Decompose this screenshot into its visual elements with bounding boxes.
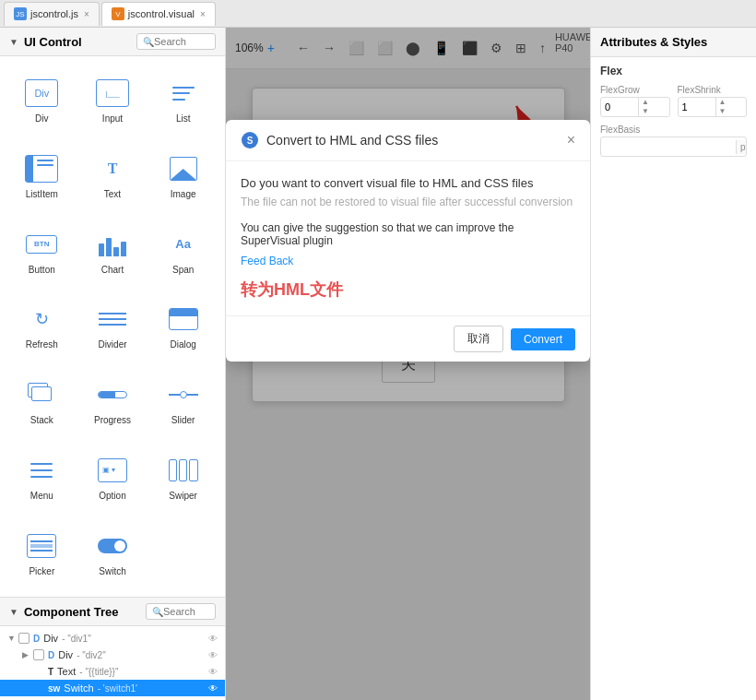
component-label-switch: Switch xyxy=(99,566,125,576)
component-grid: Div Div |___ Input List xyxy=(0,56,225,597)
modal-header: S Convert to HML and CSS files × xyxy=(226,120,590,161)
tree-type-label-div1: Div xyxy=(43,633,58,644)
tab-icon-js: JS xyxy=(14,7,27,20)
tree-item-div1[interactable]: ▼ D Div - "div1" 👁 xyxy=(0,630,225,647)
search-icon: 🔍 xyxy=(143,37,154,47)
tree-search-box[interactable]: 🔍 xyxy=(146,603,216,620)
option-icon: ▣ ▾ xyxy=(96,454,129,487)
expand-icon-div1[interactable]: ▼ xyxy=(7,634,18,643)
component-label-dialog: Dialog xyxy=(170,339,195,350)
component-label-picker: Picker xyxy=(29,566,54,576)
component-item-list[interactable]: List xyxy=(148,64,218,137)
component-item-chart[interactable]: Chart xyxy=(78,214,148,288)
component-label-text: Text xyxy=(104,189,121,199)
eye-icon-div2[interactable]: 👁 xyxy=(208,650,218,660)
checkbox-div1[interactable] xyxy=(18,633,30,644)
chart-icon xyxy=(96,228,129,261)
component-label-listitem: ListItem xyxy=(26,189,58,199)
component-item-button[interactable]: BTN Button xyxy=(7,214,77,288)
flex-section: Flex FlexGrow ▲ ▼ FlexShrink xyxy=(591,57,756,172)
tree-items: ▼ D Div - "div1" 👁 ▶ D Div - "d xyxy=(0,626,225,700)
component-item-slider[interactable]: Slider xyxy=(148,365,218,439)
swiper-icon xyxy=(167,454,200,487)
tab-label-js: jscontrol.js xyxy=(30,8,78,19)
tab-close-visual[interactable]: × xyxy=(200,9,206,19)
eye-icon-text[interactable]: 👁 xyxy=(208,667,218,677)
component-item-switch[interactable]: Switch xyxy=(78,516,148,589)
component-item-option[interactable]: ▣ ▾ Option xyxy=(78,441,148,515)
modal-close-button[interactable]: × xyxy=(567,132,575,148)
component-item-input[interactable]: |___ Input xyxy=(78,64,148,137)
button-icon: BTN xyxy=(25,228,58,261)
component-item-divider[interactable]: Divider xyxy=(78,290,148,363)
flex-shrink-input[interactable] xyxy=(679,100,715,114)
component-label-button: Button xyxy=(29,265,55,275)
flex-basis-unit: px xyxy=(736,140,747,154)
right-panel-header: Attributes & Styles xyxy=(591,28,756,57)
component-label-stack: Stack xyxy=(30,415,53,425)
tab-label-visual: jscontrol.visual xyxy=(128,8,195,19)
tree-item-div2[interactable]: ▶ D Div - "div2" 👁 xyxy=(0,647,225,663)
flex-shrink-up[interactable]: ▲ xyxy=(715,98,729,107)
flex-shrink-label: FlexShrink xyxy=(678,85,748,95)
flex-grow-input-wrap: ▲ ▼ xyxy=(600,97,670,117)
component-item-text[interactable]: T Text xyxy=(78,139,148,213)
tab-jscontrol-js[interactable]: JS jscontrol.js × xyxy=(4,2,100,26)
modal-cancel-button[interactable]: 取消 xyxy=(454,326,503,352)
tree-search-input[interactable] xyxy=(163,606,209,617)
component-item-picker[interactable]: Picker xyxy=(7,516,77,589)
span-icon: Aa xyxy=(167,228,200,261)
image-icon xyxy=(167,152,200,185)
tree-type-label-text: Text xyxy=(57,666,76,677)
picker-icon xyxy=(25,529,58,563)
component-item-refresh[interactable]: ↻ Refresh xyxy=(7,290,77,363)
tab-close-js[interactable]: × xyxy=(84,9,89,19)
flex-grow-shrink-row: FlexGrow ▲ ▼ FlexShrink xyxy=(600,85,747,117)
tree-item-switch1[interactable]: ▶ sw Switch - 'switch1' 👁 xyxy=(0,680,225,696)
component-item-span[interactable]: Aa Span xyxy=(148,214,218,288)
component-label-list: List xyxy=(176,113,191,124)
flex-grow-down[interactable]: ▼ xyxy=(638,107,652,116)
component-label-div: Div xyxy=(35,113,48,124)
flex-grow-up[interactable]: ▲ xyxy=(638,98,652,107)
component-item-listitem[interactable]: ListItem xyxy=(7,139,77,213)
panel-collapse-toggle[interactable]: ▼ xyxy=(9,37,18,47)
component-item-image[interactable]: Image xyxy=(148,139,218,213)
component-item-menu[interactable]: Menu xyxy=(7,441,77,515)
component-item-swiper[interactable]: Swiper xyxy=(148,441,218,515)
panel-search-input[interactable] xyxy=(154,36,209,47)
tree-header: ▼ Component Tree 🔍 xyxy=(0,598,225,626)
center-area: 106% + ← → ⬜ ⬜ ⬤ 📱 ⬛ ⚙ ⊞ ↑ HUAWEI P40 De… xyxy=(226,28,590,700)
panel-search-box[interactable]: 🔍 xyxy=(136,33,216,50)
dialog-icon xyxy=(167,303,200,336)
tree-collapse-toggle[interactable]: ▼ xyxy=(9,607,18,617)
tab-jscontrol-visual[interactable]: V jscontrol.visual × xyxy=(101,2,216,26)
eye-icon-div1[interactable]: 👁 xyxy=(208,634,218,644)
modal-feedback-link[interactable]: Feed Back xyxy=(241,255,293,267)
modal-overlay: S Convert to HML and CSS files × Do you … xyxy=(226,28,590,700)
component-item-stack[interactable]: Stack xyxy=(7,365,77,439)
flex-basis-input-wrap: px ▲ ▼ xyxy=(600,136,747,157)
flex-section-title: Flex xyxy=(600,65,747,77)
component-item-progress[interactable]: Progress xyxy=(78,365,148,439)
input-icon: |___ xyxy=(96,77,129,110)
flex-grow-stepper[interactable]: ▲ ▼ xyxy=(638,98,652,116)
eye-icon-switch[interactable]: 👁 xyxy=(208,683,218,694)
tree-value-div2: - "div2" xyxy=(77,650,106,660)
component-item-dialog[interactable]: Dialog xyxy=(148,290,218,363)
flex-shrink-down[interactable]: ▼ xyxy=(715,107,729,116)
flex-grow-input[interactable] xyxy=(601,100,638,114)
expand-icon-div2[interactable]: ▶ xyxy=(22,650,33,659)
modal-convert-button[interactable]: Convert xyxy=(511,328,575,350)
component-item-div[interactable]: Div Div xyxy=(7,64,77,137)
flex-basis-input[interactable] xyxy=(601,139,736,154)
tree-item-text-title[interactable]: ▶ T Text - "{{title}}" 👁 xyxy=(0,663,225,680)
flex-grow-label: FlexGrow xyxy=(600,85,670,95)
div-icon: Div xyxy=(25,77,58,110)
panel-title: UI Control xyxy=(24,35,136,49)
attributes-title: Attributes & Styles xyxy=(600,35,707,49)
checkbox-div2[interactable] xyxy=(33,649,44,660)
flex-shrink-stepper[interactable]: ▲ ▼ xyxy=(715,98,729,116)
slider-icon xyxy=(167,378,200,411)
menu-icon xyxy=(25,454,58,487)
